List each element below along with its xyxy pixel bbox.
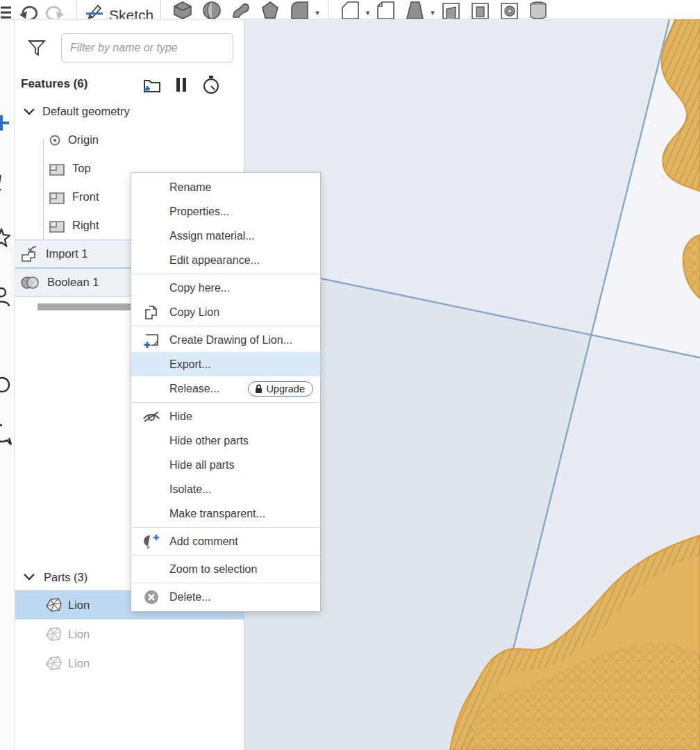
- add-icon[interactable]: [0, 114, 10, 132]
- upgrade-badge[interactable]: Upgrade: [248, 381, 313, 397]
- star-icon[interactable]: [0, 228, 10, 246]
- new-folder-icon[interactable]: [140, 76, 161, 94]
- menu-item-hide-all-parts[interactable]: Hide all parts: [131, 453, 320, 477]
- tree-item-label: Top: [72, 162, 91, 175]
- import-icon: [19, 245, 39, 263]
- menu-item-rename[interactable]: Rename: [131, 175, 320, 199]
- sketch-button[interactable]: Sketch: [84, 0, 153, 19]
- redo-icon[interactable]: [46, 1, 65, 19]
- menu-item-export[interactable]: Export...: [131, 352, 320, 376]
- chamfer-icon[interactable]: [340, 0, 360, 19]
- part-label: Lion: [68, 657, 90, 670]
- menu-item-release[interactable]: Release... Upgrade: [131, 376, 320, 401]
- chevron-down-icon[interactable]: [23, 573, 35, 581]
- extrude-icon[interactable]: [172, 0, 193, 19]
- onshape-window: Sketch ▾ ▾ ▾: [0, 0, 700, 750]
- sketch-pencil-icon: [84, 0, 105, 19]
- menu-item-zoom-to-selection[interactable]: Zoom to selection: [131, 557, 320, 581]
- menu-item-make-transparent[interactable]: Make transparent...: [131, 501, 320, 526]
- fillet-icon[interactable]: [289, 0, 310, 19]
- chamfer-dropdown-caret[interactable]: ▾: [366, 8, 370, 17]
- plane-icon: [49, 161, 65, 176]
- menu-item-copy-here[interactable]: Copy here...: [131, 276, 320, 300]
- menu-item-isolate[interactable]: Isolate...: [131, 477, 320, 501]
- menu-separator: [131, 583, 320, 583]
- suppress-pause-icon[interactable]: [175, 76, 188, 94]
- tree-item-label: Boolean 1: [47, 276, 99, 289]
- features-header: Features (6): [21, 69, 249, 99]
- tree-item-label: Default geometry: [42, 105, 130, 118]
- tree-item-origin[interactable]: Origin: [15, 126, 244, 154]
- add-comment-icon: [141, 534, 162, 549]
- menu-item-edit-appearance[interactable]: Edit appearance...: [131, 248, 320, 272]
- menu-item-hide-other-parts[interactable]: Hide other parts: [131, 428, 320, 453]
- chevron-down-icon[interactable]: [23, 108, 35, 116]
- part-context-menu: Rename Properties... Assign material... …: [131, 172, 321, 612]
- menu-item-copy-lion[interactable]: Copy Lion: [131, 300, 320, 324]
- left-edge-strip: [0, 19, 15, 750]
- tree-item-label: Right: [72, 219, 99, 232]
- filter-row: [15, 29, 244, 60]
- toolbar-divider: [76, 0, 77, 19]
- hamburger-icon[interactable]: [0, 1, 14, 19]
- hide-eye-slash-icon: [141, 410, 162, 424]
- menu-separator: [131, 326, 320, 326]
- part-label: Lion: [68, 599, 90, 612]
- menu-separator: [131, 274, 320, 274]
- fillet-dropdown-caret[interactable]: ▾: [315, 8, 319, 17]
- menu-separator: [131, 527, 320, 528]
- tree-item-default-geometry[interactable]: Default geometry: [15, 97, 244, 126]
- mesh-part-icon: [44, 626, 62, 642]
- menu-separator: [131, 555, 320, 556]
- hole-icon[interactable]: [469, 0, 490, 19]
- draft-dropdown-caret[interactable]: ▾: [431, 8, 435, 17]
- menu-separator: [131, 402, 320, 403]
- mesh-part-icon: [44, 597, 62, 613]
- part-row-lion-hidden-2[interactable]: Lion: [15, 649, 244, 678]
- filter-funnel-icon[interactable]: [28, 39, 46, 57]
- draft-icon[interactable]: [404, 0, 425, 19]
- sweep-icon[interactable]: [231, 0, 251, 19]
- toolbar-divider: [160, 0, 161, 19]
- revolve-icon[interactable]: [201, 0, 222, 19]
- toolbar-divider: [328, 0, 328, 19]
- menu-item-create-drawing[interactable]: Create Drawing of Lion...: [131, 328, 320, 352]
- boolean-icon: [19, 275, 40, 290]
- tree-item-label: Front: [72, 190, 99, 203]
- parts-header-label: Parts (3): [44, 571, 88, 584]
- sketch-button-label: Sketch: [109, 7, 153, 19]
- tree-item-label: Import 1: [46, 247, 88, 260]
- part-label: Lion: [68, 628, 90, 641]
- plane-icon: [49, 190, 65, 205]
- tree-item-label: Origin: [68, 133, 99, 147]
- pattern-icon[interactable]: [528, 0, 549, 19]
- thicken-icon[interactable]: [499, 0, 519, 19]
- plane-icon: [49, 218, 65, 233]
- menu-item-delete[interactable]: Delete...: [131, 585, 320, 609]
- menu-item-hide[interactable]: Hide: [131, 404, 320, 428]
- rib-icon[interactable]: [440, 0, 461, 19]
- filter-input[interactable]: [61, 33, 233, 62]
- menu-item-assign-material[interactable]: Assign material...: [131, 224, 320, 248]
- history-icon[interactable]: [0, 375, 10, 393]
- lock-icon: [255, 384, 262, 394]
- origin-icon: [49, 134, 61, 147]
- main-toolbar: Sketch ▾ ▾ ▾: [0, 0, 700, 19]
- user-icon[interactable]: [0, 287, 10, 305]
- menu-item-properties[interactable]: Properties...: [131, 199, 320, 224]
- part-row-lion-hidden-1[interactable]: Lion: [15, 619, 244, 649]
- menu-item-add-comment[interactable]: Add comment: [131, 529, 320, 553]
- undo-icon[interactable]: [18, 1, 38, 19]
- sketch-active-underline: [86, 12, 103, 15]
- features-header-label: Features (6): [21, 77, 88, 91]
- chat-icon[interactable]: [0, 424, 10, 442]
- rollback-timer-icon[interactable]: [201, 75, 221, 94]
- mesh-part-icon: [44, 655, 62, 672]
- delete-icon: [141, 590, 162, 605]
- comment-bubble-icon[interactable]: [0, 174, 10, 192]
- copy-icon: [141, 304, 162, 321]
- create-drawing-icon: [141, 332, 162, 349]
- loft-icon[interactable]: [260, 0, 281, 19]
- shell-icon[interactable]: [375, 0, 396, 19]
